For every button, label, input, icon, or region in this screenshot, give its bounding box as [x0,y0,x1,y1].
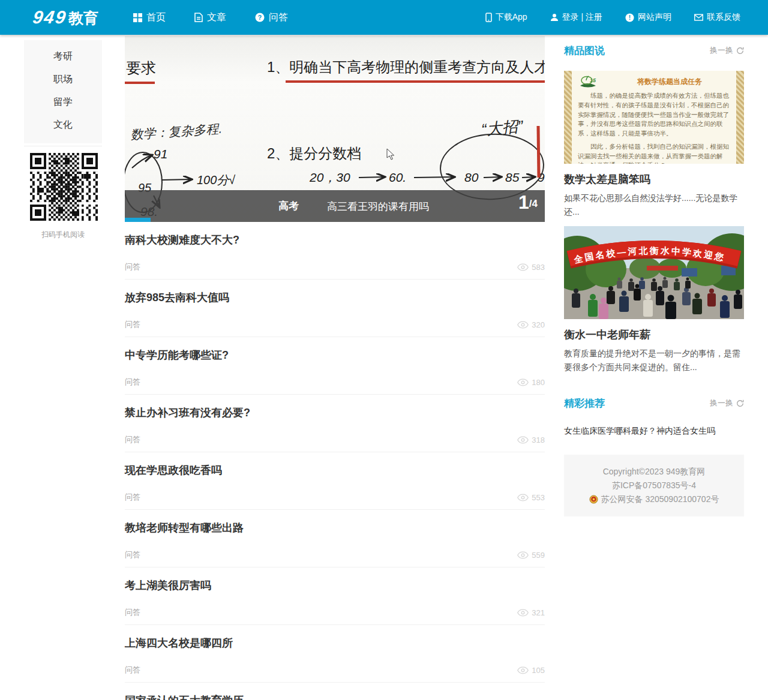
svg-text:60.: 60. [389,170,406,184]
category-kaoyan[interactable]: 考研 [24,45,102,68]
carousel-tag: 高考 [278,199,299,213]
qr-code [30,153,98,221]
gallery-article-title[interactable]: 数学太差是脑笨吗 [564,172,744,187]
section-title: 精品图说 [564,44,605,58]
nav-home[interactable]: 首页 [133,11,166,24]
photo-article-title[interactable]: 衡水一中老师年薪 [564,328,744,342]
refresh-icon [736,47,744,55]
site-statement-link[interactable]: ! 网站声明 [625,12,671,23]
question-tag: 问答 [125,319,140,330]
question-tag: 问答 [125,607,140,618]
logo-text: 教育 [68,8,98,28]
carousel-title[interactable]: 高三看王羽的课有用吗 [327,200,429,214]
carousel[interactable]: 要求 1、明确当下高考物理的侧重考查方向及人才要 “大招” 数学：复杂多程. 2… [125,36,545,222]
eye-icon [517,609,529,617]
recommend-widget-header: 精彩推荐 换一换 [564,396,744,410]
utility-nav: 下载App 登录 | 注册 ! 网站声明 联系反馈 [485,12,740,23]
nav-articles[interactable]: 文章 [194,11,226,24]
svg-text:15: 15 [590,77,596,83]
question-title[interactable]: 国家承认的五大教育学历 [125,693,545,700]
question-title[interactable]: 上海四大名校是哪四所 [125,636,545,650]
refresh-gallery-button[interactable]: 换一换 [710,45,744,56]
nav-qa[interactable]: ? 问答 [255,11,288,24]
qr-caption: 扫码手机阅读 [24,230,102,240]
question-row: 中专学历能考哪些证? 问答 180 [125,337,545,395]
download-app-link[interactable]: 下载App [485,12,527,23]
gallery-card-image[interactable]: 15 将数学练题当成任务 练题，的确是提高数学成绩的有效方法，但练题也要有针对性… [564,71,744,164]
nav-label: 下载App [496,12,527,23]
contact-feedback-link[interactable]: 联系反馈 [694,12,740,23]
question-title[interactable]: 考上湖美很厉害吗 [125,578,545,593]
icp-link[interactable]: 苏ICP备07507835号-4 [570,479,738,492]
gallery-paragraph: 练题，的确是提高数学成绩的有效方法，但练题也要有针对性，有的孩子练题是没有计划，… [578,91,730,139]
category-zhichang[interactable]: 职场 [24,68,102,91]
question-title[interactable]: 中专学历能考哪些证? [125,348,545,362]
question-tag: 问答 [125,665,140,675]
refresh-icon [736,399,744,407]
police-registration-link[interactable]: 苏公网安备 32050902100702号 [601,492,719,506]
carousel-progress-bar[interactable] [125,218,151,222]
info-circle-icon: ! [625,13,634,22]
svg-text:20，30: 20，30 [309,170,350,184]
home-grid-icon [133,13,142,22]
nav-label: 登录 | 注册 [562,12,602,23]
question-row: 现在学思政很吃香吗 问答 553 [125,452,545,510]
view-count: 180 [517,378,545,387]
main-nav: 首页 文章 ? 问答 [133,11,288,24]
gallery-paragraph: 因此，多分析错题，找到自己的知识漏洞，根据知识漏洞去找一些相关的题来做，从而掌握… [578,142,730,164]
view-count: 318 [517,435,545,444]
question-row: 上海四大名校是哪四所 问答 105 [125,625,545,683]
question-circle-icon: ? [255,13,265,22]
category-menu: 考研 职场 留学 文化 [24,40,102,143]
question-title[interactable]: 禁止办补习班有没有必要? [125,405,545,420]
question-tag: 问答 [125,492,140,503]
svg-text:“大招”: “大招” [481,117,524,139]
category-wenhua[interactable]: 文化 [24,113,102,136]
question-title[interactable]: 现在学思政很吃香吗 [125,463,545,477]
question-tag: 问答 [125,434,140,445]
nav-label: 问答 [269,11,288,24]
nav-label: 文章 [207,11,226,24]
view-count: 105 [517,666,545,675]
site-logo[interactable]: 949 教育 [33,7,98,28]
nav-label: 网站声明 [638,12,671,23]
svg-text:91: 91 [154,147,167,161]
category-liuxue[interactable]: 留学 [24,91,102,113]
question-title[interactable]: 南科大校测难度大不大? [125,233,545,247]
right-sidebar: 精品图说 换一换 15 将数学练题当成任务 练题，的确是提高数学成绩的有效方法，… [564,43,744,516]
user-icon [550,13,559,22]
page: 949 教育 首页 文章 ? 问答 下载App 登录 [0,0,768,700]
view-count: 559 [517,551,545,560]
rail-divider [24,146,102,146]
nav-label: 联系反馈 [707,12,740,23]
hengshui-photo[interactable]: 全国名校—河北衡水中学欢迎您 [564,226,744,319]
svg-text:2、提分分数档: 2、提分分数档 [267,145,361,161]
envelope-icon [694,14,703,21]
section-title: 精彩推荐 [564,396,605,410]
svg-text:80: 80 [464,170,479,184]
view-count: 321 [517,608,545,617]
carousel-caption: 高考 高三看王羽的课有用吗 1/4 [125,190,545,222]
sprout-badge-icon: 15 [578,75,609,88]
question-title[interactable]: 放弃985去南科大值吗 [125,290,545,305]
refresh-recommend-button[interactable]: 换一换 [710,398,744,408]
eye-icon [517,436,529,444]
login-register-link[interactable]: 登录 | 注册 [550,12,602,23]
question-row: 考上湖美很厉害吗 问答 321 [125,567,545,625]
question-tag: 问答 [125,549,140,560]
svg-text:100分√: 100分√ [197,173,235,187]
question-row: 南科大校测难度大不大? 问答 583 [125,222,545,280]
nav-label: 首页 [146,11,166,24]
question-title[interactable]: 教培老师转型有哪些出路 [125,521,545,535]
gallery-card-title: 将数学练题当成任务 [609,77,730,87]
recommend-link[interactable]: 女生临床医学哪科最好？神内适合女生吗 [564,426,744,437]
copyright-line: Copyright©2023 949教育网 [570,465,738,479]
eye-icon [517,551,529,559]
question-tag: 问答 [125,377,140,387]
eye-icon [517,666,529,674]
question-row: 国家承认的五大教育学历 问答 [125,683,545,700]
question-row: 放弃985去南科大值吗 问答 320 [125,280,545,337]
svg-text:?: ? [258,14,262,21]
view-count: 320 [517,320,545,329]
gallery-widget-header: 精品图说 换一换 [564,43,744,58]
